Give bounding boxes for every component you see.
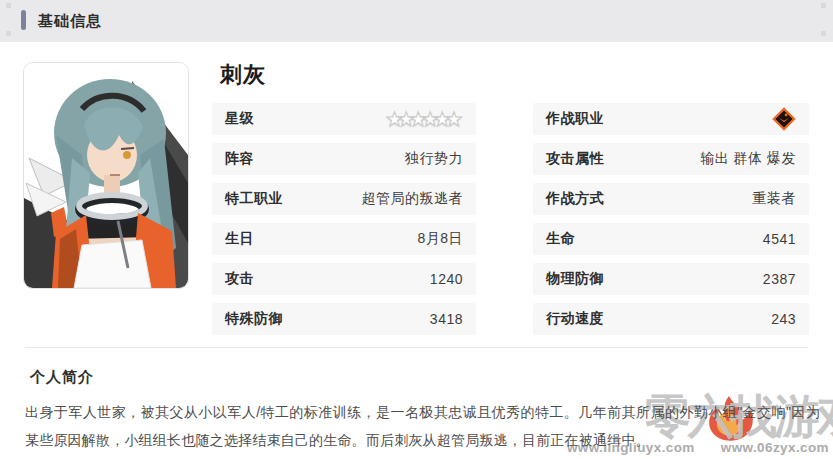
character-name: 刺灰 bbox=[220, 60, 266, 90]
row-combat-class: 作战职业 bbox=[533, 103, 809, 135]
stat-label: 作战方式 bbox=[546, 190, 604, 208]
row-agent-class: 特工职业 超管局的叛逃者 bbox=[212, 183, 476, 215]
stat-label: 攻击 bbox=[225, 270, 254, 288]
star-rating: ★★★★★★ bbox=[385, 109, 463, 129]
row-special-defense: 特殊防御 3418 bbox=[212, 303, 476, 335]
row-speed: 行动速度 243 bbox=[533, 303, 809, 335]
stat-value: 3418 bbox=[430, 311, 463, 327]
section-divider bbox=[25, 347, 808, 348]
section-title: 基础信息 bbox=[38, 12, 102, 31]
stat-label: 作战职业 bbox=[546, 110, 604, 128]
defender-class-diamond-icon bbox=[772, 107, 796, 131]
row-birthday: 生日 8月8日 bbox=[212, 223, 476, 255]
stat-label: 生命 bbox=[546, 230, 575, 248]
character-info-page: 基础信息 bbox=[0, 0, 833, 459]
row-attack-attribute: 攻击属性 输出 群体 爆发 bbox=[533, 143, 809, 175]
stat-label: 物理防御 bbox=[546, 270, 604, 288]
stat-value: 输出 群体 爆发 bbox=[700, 150, 796, 168]
stat-label: 行动速度 bbox=[546, 310, 604, 328]
profile-heading: 个人简介 bbox=[30, 368, 94, 387]
stat-label: 星级 bbox=[225, 110, 254, 128]
stat-label: 阵容 bbox=[225, 150, 254, 168]
stat-label: 攻击属性 bbox=[546, 150, 604, 168]
row-physical-defense: 物理防御 2387 bbox=[533, 263, 809, 295]
stat-value: 2387 bbox=[763, 271, 796, 287]
stat-value: 独行势力 bbox=[405, 150, 463, 168]
stat-value: 超管局的叛逃者 bbox=[362, 190, 464, 208]
watermark-dot bbox=[821, 3, 826, 8]
watermark-dot bbox=[6, 31, 11, 36]
row-star-level: 星级 ★★★★★★ bbox=[212, 103, 476, 135]
character-portrait-art bbox=[24, 63, 188, 288]
stat-label: 特殊防御 bbox=[225, 310, 283, 328]
row-attack: 攻击 1240 bbox=[212, 263, 476, 295]
stat-table-right: 作战职业 攻击属性 输出 群体 爆发 作战方式 重装者 生命 4541 物理防御… bbox=[533, 103, 809, 343]
stat-table-left: 星级 ★★★★★★ 阵容 独行势力 特工职业 超管局的叛逃者 生日 8月8日 攻… bbox=[212, 103, 476, 343]
row-combat-style: 作战方式 重装者 bbox=[533, 183, 809, 215]
stat-label: 特工职业 bbox=[225, 190, 283, 208]
profile-text: 出身于军人世家，被其父从小以军人/特工的标准训练，是一名极其忠诚且优秀的特工。几… bbox=[25, 398, 820, 454]
stat-label: 生日 bbox=[225, 230, 254, 248]
stat-value: 1240 bbox=[430, 271, 463, 287]
section-header: 基础信息 bbox=[0, 0, 833, 42]
row-faction: 阵容 独行势力 bbox=[212, 143, 476, 175]
stat-value: 8月8日 bbox=[417, 230, 463, 248]
stat-value: 243 bbox=[771, 311, 796, 327]
watermark-dot bbox=[6, 3, 11, 8]
stat-value: 4541 bbox=[763, 231, 796, 247]
row-hp: 生命 4541 bbox=[533, 223, 809, 255]
watermark-dot bbox=[821, 31, 826, 36]
stat-value: 重装者 bbox=[753, 190, 797, 208]
header-accent-bar bbox=[21, 10, 26, 30]
character-portrait bbox=[23, 62, 189, 289]
